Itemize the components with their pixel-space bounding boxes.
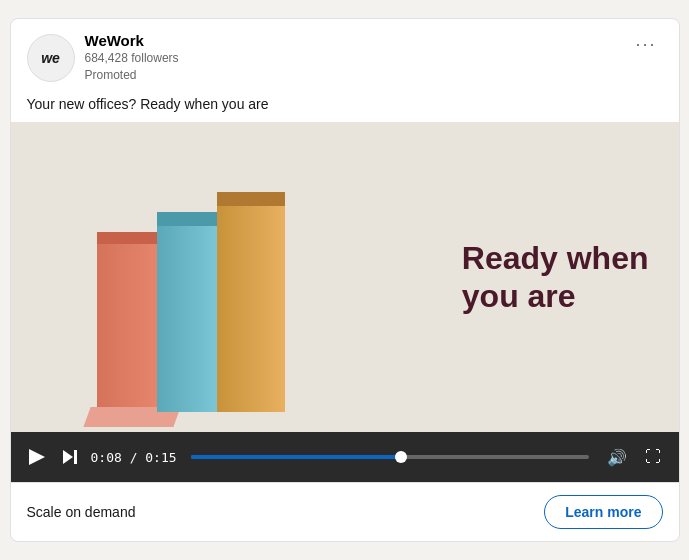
progress-bar[interactable] [191, 455, 589, 459]
learn-more-button[interactable]: Learn more [544, 495, 662, 529]
play-icon [29, 449, 45, 465]
video-controls-bar: 0:08 / 0:15 🔊 ⛶ [11, 432, 679, 482]
fullscreen-button[interactable]: ⛶ [641, 444, 665, 470]
skip-icon [63, 450, 77, 464]
skip-bar [74, 450, 77, 464]
avatar-logo: we [41, 50, 60, 66]
overlay-line1: Ready when [462, 240, 649, 276]
cta-text: Scale on demand [27, 504, 136, 520]
video-container: Ready when you are 0:08 / 0:15 [11, 122, 679, 482]
skip-button[interactable] [59, 446, 81, 468]
volume-button[interactable]: 🔊 [603, 444, 631, 471]
progress-fill [191, 455, 402, 459]
video-overlay-text: Ready when you are [462, 239, 649, 316]
card-footer: Scale on demand Learn more [11, 482, 679, 541]
play-button[interactable] [25, 445, 49, 469]
time-display: 0:08 / 0:15 [91, 450, 177, 465]
followers-count: 684,428 followers [85, 50, 179, 67]
overlay-line2: you are [462, 278, 576, 314]
skip-triangle [63, 450, 73, 464]
post-text: Your new offices? Ready when you are [11, 92, 679, 122]
company-avatar[interactable]: we [27, 34, 75, 82]
controls-right: 🔊 ⛶ [603, 444, 665, 471]
building-teal [157, 212, 222, 412]
header-info: WeWork 684,428 followers Promoted [85, 31, 179, 84]
building-gold [217, 192, 285, 412]
progress-thumb [395, 451, 407, 463]
video-background: Ready when you are [11, 122, 679, 432]
promoted-label: Promoted [85, 67, 179, 84]
card-header: we WeWork 684,428 followers Promoted ··· [11, 19, 679, 92]
company-name[interactable]: WeWork [85, 31, 179, 51]
header-left: we WeWork 684,428 followers Promoted [27, 31, 179, 84]
linkedin-ad-card: we WeWork 684,428 followers Promoted ···… [10, 18, 680, 542]
buildings-illustration [31, 192, 351, 412]
more-options-button[interactable]: ··· [629, 31, 662, 57]
